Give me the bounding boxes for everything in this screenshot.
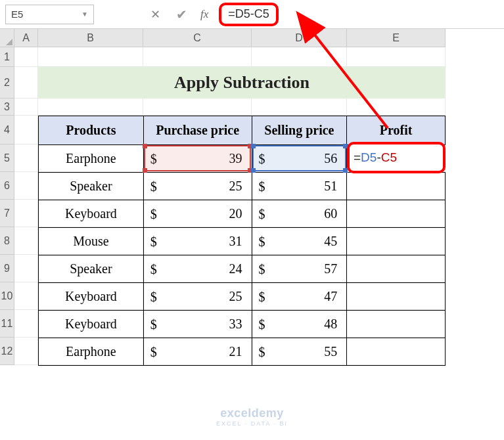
table-row[interactable]: Keyboard$20$60 — [39, 200, 446, 228]
watermark-line2: EXCEL · DATA · BI — [216, 420, 288, 427]
row-header-6[interactable]: 6 — [0, 172, 14, 200]
row-header-11[interactable]: 11 — [0, 310, 14, 338]
row-header-3[interactable]: 3 — [0, 99, 14, 116]
enter-formula-button[interactable]: ✔ — [174, 7, 189, 22]
name-box-dropdown-icon[interactable]: ▼ — [81, 11, 88, 18]
row-header-5[interactable]: 5 — [0, 144, 14, 172]
table-row[interactable]: Earphone$21$55 — [39, 338, 446, 366]
cell-profit[interactable] — [347, 173, 446, 200]
formula-input-highlight: =D5-C5 — [219, 3, 279, 26]
name-box-value: E5 — [11, 9, 23, 20]
cell-purchase[interactable]: $31 — [143, 228, 252, 255]
cell-profit[interactable] — [347, 255, 446, 283]
header-profit[interactable]: Profit — [347, 116, 446, 145]
cell-selling[interactable]: $57 — [252, 255, 347, 283]
cell-purchase[interactable]: $33 — [143, 311, 252, 338]
formula-ref-d5: D5 — [361, 150, 377, 165]
cell-purchase[interactable]: $25 — [143, 283, 252, 311]
row-header-7[interactable]: 7 — [0, 200, 14, 227]
cell-product[interactable]: Mouse — [39, 228, 144, 255]
cancel-formula-button[interactable]: ✕ — [148, 7, 162, 22]
cell-selling[interactable]: $55 — [252, 338, 347, 366]
header-purchase[interactable]: Purchase price — [143, 116, 252, 145]
table-row[interactable]: Speaker$24$57 — [39, 255, 446, 283]
row-header-10[interactable]: 10 — [0, 282, 14, 310]
watermark-line1: exceldemy — [216, 407, 288, 420]
table-header-row: Products Purchase price Selling price Pr… — [39, 116, 446, 145]
cell-selling[interactable]: $48 — [252, 311, 347, 338]
cell-purchase[interactable]: $39 — [143, 145, 252, 173]
select-all-button[interactable] — [0, 29, 14, 47]
name-box[interactable]: E5 ▼ — [5, 5, 94, 24]
active-cell-e5[interactable]: =D5-C5 — [347, 142, 446, 173]
fx-icon[interactable]: fx — [200, 8, 208, 21]
col-header-C[interactable]: C — [143, 29, 252, 47]
row-header-2[interactable]: 2 — [0, 67, 14, 99]
formula-input[interactable]: =D5-C5 — [228, 7, 269, 21]
cell-product[interactable]: Keyboard — [39, 311, 144, 338]
column-headers: A B C D E — [14, 29, 446, 47]
row-header-4[interactable]: 4 — [0, 116, 14, 144]
cell-selling[interactable]: $45 — [252, 228, 347, 255]
row-headers: 1 2 3 4 5 6 7 8 9 10 11 12 — [0, 47, 14, 365]
table-row[interactable]: Speaker$25$51 — [39, 173, 446, 200]
cell-product[interactable]: Earphone — [39, 338, 144, 366]
formula-bar-buttons: ✕ ✔ fx — [148, 7, 208, 22]
cell-purchase[interactable]: $21 — [143, 338, 252, 366]
row-header-1[interactable]: 1 — [0, 47, 14, 67]
formula-eq: = — [354, 150, 361, 165]
cell-product[interactable]: Speaker — [39, 255, 144, 283]
row-header-12[interactable]: 12 — [0, 338, 14, 365]
col-header-E[interactable]: E — [347, 29, 446, 47]
cell-selling[interactable]: $60 — [252, 200, 347, 228]
cell-grid[interactable]: Apply Subtraction Products Purchase pric… — [14, 47, 446, 365]
cell-profit[interactable] — [347, 311, 446, 338]
title-banner: Apply Subtraction — [38, 67, 446, 99]
cell-product[interactable]: Earphone — [39, 145, 144, 173]
row-header-8[interactable]: 8 — [0, 227, 14, 255]
header-selling[interactable]: Selling price — [252, 116, 347, 145]
cell-selling[interactable]: $51 — [252, 173, 347, 200]
sheet-area: A B C D E 1 2 3 4 5 6 7 8 9 10 11 12 — [0, 29, 504, 440]
formula-bar: E5 ▼ ✕ ✔ fx =D5-C5 — [0, 0, 504, 29]
table-row[interactable]: Keyboard$33$48 — [39, 311, 446, 338]
cell-purchase[interactable]: $24 — [143, 255, 252, 283]
col-header-B[interactable]: B — [38, 29, 143, 47]
cell-product[interactable]: Speaker — [39, 173, 144, 200]
cell-profit[interactable] — [347, 338, 446, 366]
watermark: exceldemy EXCEL · DATA · BI — [216, 407, 288, 427]
table-row[interactable]: Mouse$31$45 — [39, 228, 446, 255]
cell-profit[interactable] — [347, 228, 446, 255]
cell-purchase[interactable]: $25 — [143, 173, 252, 200]
col-header-D[interactable]: D — [252, 29, 347, 47]
cell-selling[interactable]: $47 — [252, 283, 347, 311]
cell-product[interactable]: Keyboard — [39, 200, 144, 228]
col-header-A[interactable]: A — [14, 29, 38, 47]
cell-purchase[interactable]: $20 — [143, 200, 252, 228]
cell-profit[interactable] — [347, 283, 446, 311]
row-header-9[interactable]: 9 — [0, 255, 14, 282]
cell-selling[interactable]: $56 — [252, 145, 347, 173]
header-products[interactable]: Products — [39, 116, 144, 145]
table-row[interactable]: Keyboard$25$47 — [39, 283, 446, 311]
cell-profit[interactable] — [347, 200, 446, 228]
formula-ref-c5: C5 — [381, 150, 397, 165]
cell-product[interactable]: Keyboard — [39, 283, 144, 311]
